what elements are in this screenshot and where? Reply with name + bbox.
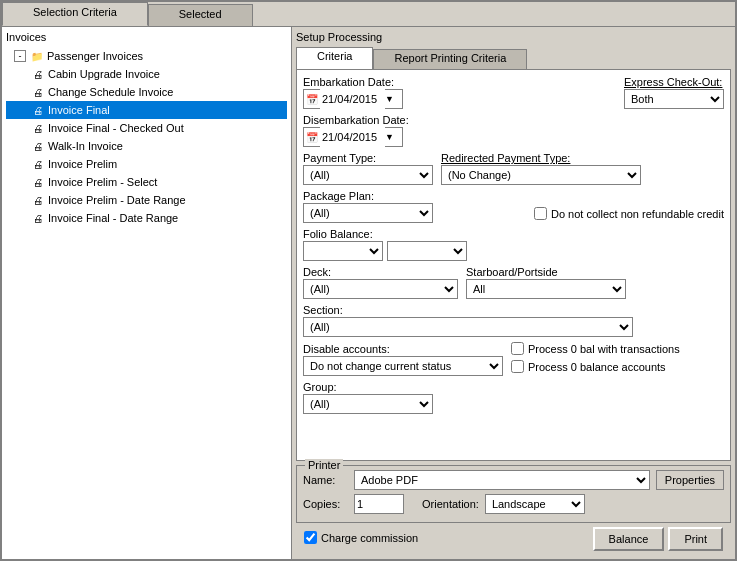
tree-label: Invoice Final - Date Range [48, 212, 178, 224]
group-section: Section: (All) [303, 304, 633, 337]
group-select[interactable]: (All) [303, 394, 433, 414]
tree-item-cabin-upgrade[interactable]: 🖨 Cabin Upgrade Invoice [6, 65, 287, 83]
invoices-label: Invoices [6, 31, 287, 43]
tree-label: Invoice Final [48, 104, 110, 116]
expand-icon[interactable]: - [14, 50, 26, 62]
folio-balance-select2[interactable] [387, 241, 467, 261]
print-button[interactable]: Print [668, 527, 723, 551]
group-group: Group: (All) [303, 381, 433, 414]
group-folio-balance: Folio Balance: [303, 228, 467, 261]
process-0-bal-label: Process 0 bal with transactions [528, 343, 680, 355]
row-group: Group: (All) [303, 381, 724, 414]
process-0-balance-checkbox[interactable] [511, 360, 524, 373]
disembarkation-date-label: Disembarkation Date: [303, 114, 409, 126]
deck-select[interactable]: (All) [303, 279, 458, 299]
section-select[interactable]: (All) [303, 317, 633, 337]
folio-balance-select1[interactable] [303, 241, 383, 261]
tab-criteria[interactable]: Criteria [296, 47, 373, 69]
printer-name-row: Name: Adobe PDF Properties [303, 470, 724, 490]
deck-label: Deck: [303, 266, 458, 278]
tree-item-invoice-prelim[interactable]: 🖨 Invoice Prelim [6, 155, 287, 173]
group-disembarkation-date: Disembarkation Date: 📅 ▼ [303, 114, 409, 147]
disembarkation-date-field[interactable] [320, 127, 385, 147]
properties-button[interactable]: Properties [656, 470, 724, 490]
tree-item-walk-in[interactable]: 🖨 Walk-In Invoice [6, 137, 287, 155]
group-embarkation-date: Embarkation Date: 📅 ▼ [303, 76, 403, 109]
express-checkout-label: Express Check-Out: [624, 76, 724, 88]
starboard-select[interactable]: All [466, 279, 626, 299]
copies-input[interactable] [354, 494, 404, 514]
process-0-bal-checkbox[interactable] [511, 342, 524, 355]
redirected-payment-select[interactable]: (No Change) [441, 165, 641, 185]
dropdown-arrow[interactable]: ▼ [385, 132, 394, 142]
group-redirected-payment: Redirected Payment Type: (No Change) [441, 152, 641, 185]
tab-selection-criteria[interactable]: Selection Criteria [2, 2, 148, 26]
express-checkout-select[interactable]: Both Yes No [624, 89, 724, 109]
row-section: Section: (All) [303, 304, 724, 337]
top-tab-bar: Selection Criteria Selected [2, 2, 735, 26]
process-0-bal-row: Process 0 bal with transactions [511, 342, 680, 355]
tree-item-invoice-final[interactable]: 🖨 Invoice Final [6, 101, 287, 119]
tree-item-invoice-prelim-select[interactable]: 🖨 Invoice Prelim - Select [6, 173, 287, 191]
tree-item-invoice-prelim-date[interactable]: 🖨 Invoice Prelim - Date Range [6, 191, 287, 209]
doc-icon: 🖨 [30, 120, 46, 136]
copies-label: Copies: [303, 498, 348, 510]
doc-icon: 🖨 [30, 138, 46, 154]
printer-legend: Printer [305, 459, 343, 471]
tree-item-passenger-invoices[interactable]: - 📁 Passenger Invoices [6, 47, 287, 65]
disable-accounts-select[interactable]: Do not change current status [303, 356, 503, 376]
setup-label: Setup Processing [296, 31, 731, 43]
row-folio-balance: Folio Balance: [303, 228, 724, 261]
row-embarkation: Embarkation Date: 📅 ▼ Express Check-Out:… [303, 76, 724, 109]
do-not-collect-checkbox[interactable] [534, 207, 547, 220]
doc-icon: 🖨 [30, 174, 46, 190]
disable-accounts-label: Disable accounts: [303, 343, 503, 355]
redirected-payment-label: Redirected Payment Type: [441, 152, 641, 164]
dropdown-arrow[interactable]: ▼ [385, 94, 394, 104]
group-payment-type: Payment Type: (All) [303, 152, 433, 185]
tree-label: Invoice Final - Checked Out [48, 122, 184, 134]
orientation-label: Orientation: [422, 498, 479, 510]
calendar-icon: 📅 [306, 94, 318, 105]
section-label: Section: [303, 304, 633, 316]
group-deck: Deck: (All) [303, 266, 458, 299]
row-disable-accounts: Disable accounts: Do not change current … [303, 342, 724, 376]
package-plan-label: Package Plan: [303, 190, 433, 202]
tab-selected[interactable]: Selected [148, 4, 253, 26]
balance-button[interactable]: Balance [593, 527, 665, 551]
tree-item-invoice-final-checked[interactable]: 🖨 Invoice Final - Checked Out [6, 119, 287, 137]
content-area: Invoices - 📁 Passenger Invoices 🖨 Cabin … [2, 26, 735, 559]
doc-icon: 🖨 [30, 210, 46, 226]
bottom-bar: Charge commission Balance Print [296, 523, 731, 555]
orientation-select[interactable]: Landscape Portrait [485, 494, 585, 514]
group-disable-accounts: Disable accounts: Do not change current … [303, 343, 503, 376]
process-0-balance-label: Process 0 balance accounts [528, 361, 666, 373]
tab-report-printing[interactable]: Report Printing Criteria [373, 49, 527, 69]
printer-section: Printer Name: Adobe PDF Properties Copie… [296, 465, 731, 523]
charge-commission-checkbox[interactable] [304, 531, 317, 544]
tree-item-invoice-final-date[interactable]: 🖨 Invoice Final - Date Range [6, 209, 287, 227]
package-plan-select[interactable]: (All) [303, 203, 433, 223]
left-panel: Invoices - 📁 Passenger Invoices 🖨 Cabin … [2, 27, 292, 559]
calendar-icon: 📅 [306, 132, 318, 143]
do-not-collect-row: Do not collect non refundable credit [534, 207, 724, 220]
tree-label: Passenger Invoices [47, 50, 143, 62]
embarkation-date-field[interactable] [320, 89, 385, 109]
tree-label: Cabin Upgrade Invoice [48, 68, 160, 80]
payment-type-select[interactable]: (All) [303, 165, 433, 185]
disembarkation-date-input[interactable]: 📅 ▼ [303, 127, 403, 147]
group-express-checkout: Express Check-Out: Both Yes No [624, 76, 724, 109]
printer-name-select[interactable]: Adobe PDF [354, 470, 650, 490]
doc-icon: 🖨 [30, 84, 46, 100]
row-package-plan: Package Plan: (All) Do not collect non r… [303, 190, 724, 223]
row-disembarkation: Disembarkation Date: 📅 ▼ [303, 114, 724, 147]
starboard-label: Starboard/Portside [466, 266, 626, 278]
tree-label: Invoice Prelim - Date Range [48, 194, 186, 206]
do-not-collect-wrapper: Do not collect non refundable credit [441, 207, 724, 223]
embarkation-date-label: Embarkation Date: [303, 76, 403, 88]
folder-icon: 📁 [29, 48, 45, 64]
tree-item-change-schedule[interactable]: 🖨 Change Schedule Invoice [6, 83, 287, 101]
tree-label: Invoice Prelim - Select [48, 176, 157, 188]
embarkation-date-input[interactable]: 📅 ▼ [303, 89, 403, 109]
printer-name-label: Name: [303, 474, 348, 486]
